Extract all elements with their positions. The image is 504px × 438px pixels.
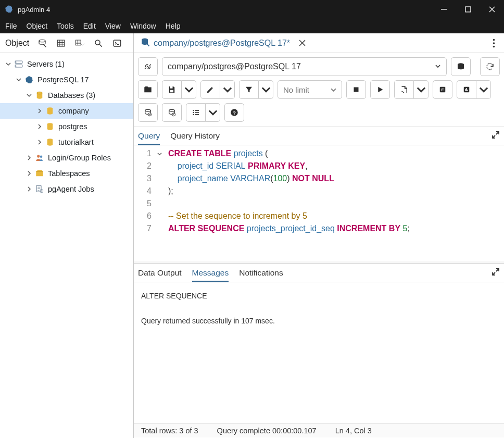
status-rows: Total rows: 3 of 3 — [141, 427, 198, 435]
window-maximize-button[interactable] — [456, 0, 480, 19]
database-icon — [45, 121, 55, 132]
svg-point-38 — [193, 110, 194, 111]
psql-tool-icon[interactable] — [108, 35, 126, 51]
menu-window[interactable]: Window — [130, 22, 156, 30]
expand-editor-icon[interactable] — [492, 131, 500, 141]
menu-help[interactable]: Help — [166, 22, 181, 30]
fold-gutter — [155, 145, 164, 261]
chevron-right-icon[interactable] — [35, 107, 44, 115]
view-data-icon[interactable] — [52, 35, 70, 51]
chevron-right-icon[interactable] — [25, 169, 33, 178]
edit-dropdown[interactable] — [220, 80, 235, 99]
chevron-down-icon[interactable] — [25, 91, 33, 99]
menu-tools[interactable]: Tools — [57, 22, 74, 30]
tab-query[interactable]: Query — [138, 127, 160, 145]
tab-notifications[interactable]: Notifications — [239, 264, 283, 282]
servers-icon — [14, 59, 24, 69]
rollback-button[interactable] — [162, 103, 182, 122]
chevron-down-icon — [435, 62, 441, 71]
filter-button[interactable] — [239, 80, 259, 99]
tree-label: tutorialkart — [58, 138, 94, 146]
save-file-button[interactable] — [162, 80, 182, 99]
svg-rect-7 — [15, 61, 22, 64]
macros-list-button[interactable] — [186, 103, 206, 122]
tree-pgagent[interactable]: pgAgent Jobs — [0, 181, 133, 197]
help-button[interactable]: ? — [224, 103, 244, 122]
chevron-down-icon — [331, 87, 336, 93]
reset-layout-button[interactable] — [480, 57, 500, 76]
menu-file[interactable]: File — [5, 22, 17, 30]
execute-button[interactable] — [370, 80, 390, 99]
explain-analyze-button[interactable]: E — [433, 80, 452, 99]
tree-db-postgres[interactable]: postgres — [0, 119, 133, 134]
chevron-right-icon[interactable] — [35, 122, 44, 131]
document-tab[interactable]: company/postgres@PostgreSQL 17* — [138, 33, 309, 53]
query-tabs: Query Query History — [134, 127, 504, 145]
chevron-down-icon[interactable] — [4, 60, 12, 68]
pgagent-icon — [34, 184, 45, 194]
close-icon[interactable] — [297, 39, 307, 48]
expand-output-icon[interactable] — [492, 268, 500, 278]
connection-toggle-button[interactable] — [138, 57, 158, 76]
filter-dropdown[interactable] — [259, 80, 273, 99]
message-line: Query returned successfully in 107 msec. — [141, 315, 497, 327]
chevron-down-icon[interactable] — [15, 76, 23, 84]
tree-login-roles[interactable]: Login/Group Roles — [0, 150, 133, 166]
tab-messages[interactable]: Messages — [192, 264, 229, 282]
fold-icon[interactable] — [155, 147, 164, 160]
macro-button[interactable] — [457, 80, 476, 99]
macros-list-dropdown[interactable] — [206, 103, 220, 122]
svg-point-5 — [95, 40, 100, 45]
svg-rect-42 — [195, 112, 199, 113]
menu-object[interactable]: Object — [27, 22, 47, 30]
window-title: pgAdmin 4 — [18, 6, 432, 14]
window-minimize-button[interactable] — [432, 0, 456, 19]
tree-databases[interactable]: Databases (3) — [0, 87, 133, 103]
chevron-right-icon[interactable] — [35, 138, 44, 146]
query-tool-icon[interactable] — [33, 35, 51, 51]
svg-point-39 — [193, 112, 194, 113]
status-time: Query complete 00:00:00.107 — [217, 427, 317, 435]
tree-servers[interactable]: Servers (1) — [0, 56, 133, 72]
chevron-right-icon[interactable] — [25, 185, 33, 193]
svg-rect-25 — [170, 86, 173, 89]
tree-pg17[interactable]: PostgreSQL 17 — [0, 72, 133, 87]
limit-select[interactable]: No limit — [278, 80, 342, 99]
menu-view[interactable]: View — [105, 22, 121, 30]
tree-db-company[interactable]: company — [0, 103, 133, 119]
database-query-icon — [140, 37, 150, 49]
tab-more-icon[interactable] — [487, 37, 500, 49]
object-sidebar: Object Servers (1) PostgreSQL 17 — [0, 33, 134, 438]
save-file-dropdown[interactable] — [182, 80, 196, 99]
window-close-button[interactable] — [480, 0, 504, 19]
menu-edit[interactable]: Edit — [83, 22, 96, 30]
connection-select[interactable]: company/postgres@PostgreSQL 17 — [162, 57, 447, 76]
new-connection-button[interactable] — [451, 57, 471, 76]
explain-dropdown[interactable] — [414, 80, 429, 99]
tree-label: postgres — [58, 122, 87, 131]
search-objects-icon[interactable] — [90, 35, 107, 51]
menubar: File Object Tools Edit View Window Help — [0, 19, 504, 33]
open-file-button[interactable] — [138, 80, 158, 99]
pgadmin-logo-icon — [4, 5, 14, 14]
titlebar: pgAdmin 4 — [0, 0, 504, 19]
explain-button[interactable] — [394, 80, 414, 99]
tree-tablespaces[interactable]: Tablespaces — [0, 166, 133, 181]
svg-rect-43 — [195, 114, 199, 115]
tree-db-tutorialkart[interactable]: tutorialkart — [0, 134, 133, 150]
svg-rect-26 — [170, 90, 173, 93]
commit-button[interactable] — [138, 103, 158, 122]
database-icon — [34, 90, 45, 101]
filtered-rows-icon[interactable] — [71, 35, 89, 51]
edit-button[interactable] — [200, 80, 220, 99]
sql-editor[interactable]: 1 2 3 4 5 6 7 CREATE TABLE projects ( pr… — [134, 145, 504, 261]
tab-query-history[interactable]: Query History — [170, 127, 220, 145]
tab-data-output[interactable]: Data Output — [138, 264, 182, 282]
object-tree[interactable]: Servers (1) PostgreSQL 17 Databases (3) … — [0, 53, 133, 200]
macro-dropdown[interactable] — [476, 80, 491, 99]
chevron-right-icon[interactable] — [25, 154, 33, 162]
stop-button[interactable] — [346, 80, 366, 99]
query-tool-panel: company/postgres@PostgreSQL 17* company/… — [134, 33, 504, 438]
database-icon — [45, 137, 55, 147]
code-area[interactable]: CREATE TABLE projects ( project_id SERIA… — [164, 145, 504, 261]
